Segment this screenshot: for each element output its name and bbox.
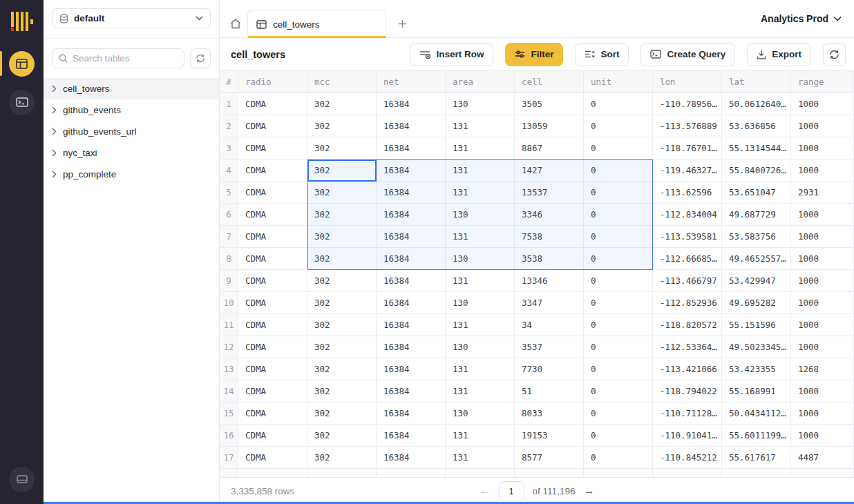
search-tables-input[interactable]: [73, 53, 178, 64]
data-cell[interactable]: 7538: [515, 226, 584, 248]
data-cell[interactable]: 53.429947: [722, 270, 791, 292]
data-cell[interactable]: 0: [584, 93, 653, 115]
data-cell[interactable]: CDMA: [238, 292, 307, 314]
chevron-right-icon[interactable]: [52, 128, 57, 135]
data-cell[interactable]: 131: [446, 226, 515, 248]
data-cell[interactable]: 1000: [791, 380, 854, 403]
data-cell[interactable]: 131: [446, 380, 515, 403]
data-cell[interactable]: 16384: [377, 226, 446, 248]
data-cell[interactable]: 16384: [377, 248, 446, 270]
data-cell[interactable]: -118.76701…: [653, 137, 722, 159]
filter-button[interactable]: Filter: [505, 43, 563, 66]
data-cell[interactable]: 1268: [791, 358, 854, 380]
data-cell[interactable]: 8867: [515, 137, 584, 159]
chevron-right-icon[interactable]: [52, 149, 57, 157]
data-cell[interactable]: 302: [307, 403, 377, 425]
row-number-cell[interactable]: 12: [220, 336, 238, 358]
data-cell[interactable]: CDMA: [238, 380, 307, 403]
data-cell[interactable]: 0: [584, 403, 653, 425]
data-cell[interactable]: CDMA: [238, 358, 307, 380]
data-cell[interactable]: 0: [584, 358, 653, 380]
data-cell[interactable]: 49.687729: [722, 204, 791, 226]
data-cell[interactable]: CDMA: [238, 182, 307, 204]
data-cell[interactable]: 302: [307, 447, 377, 469]
data-cell[interactable]: 1000: [791, 159, 854, 182]
data-cell[interactable]: -112.834004: [653, 204, 722, 226]
data-cell[interactable]: 302: [307, 336, 377, 358]
data-cell[interactable]: CDMA: [238, 248, 307, 270]
data-cell[interactable]: CDMA: [238, 403, 307, 425]
data-cell[interactable]: -118.820572: [653, 314, 722, 336]
data-cell[interactable]: 3346: [515, 204, 584, 226]
table-list-item-github-events[interactable]: github_events: [44, 99, 219, 121]
data-cell[interactable]: 130: [446, 403, 515, 425]
workspace-selector[interactable]: Analytics Prod: [761, 13, 842, 24]
data-cell[interactable]: 302: [307, 93, 377, 115]
row-number-cell[interactable]: 10: [220, 292, 238, 314]
data-cell[interactable]: 2931: [791, 182, 854, 204]
row-number-cell[interactable]: 14: [220, 380, 238, 403]
chevron-right-icon[interactable]: [52, 85, 57, 93]
data-cell[interactable]: 130: [446, 204, 515, 226]
data-cell[interactable]: CDMA: [238, 204, 307, 226]
data-cell[interactable]: 302: [307, 248, 377, 270]
data-cell[interactable]: 49.4652557…: [722, 248, 791, 270]
data-cell[interactable]: 1000: [791, 204, 854, 226]
data-cell[interactable]: 0: [584, 204, 653, 226]
column-header-unit[interactable]: unit: [584, 71, 653, 93]
data-cell[interactable]: 55.168991: [722, 380, 791, 403]
data-cell[interactable]: CDMA: [238, 314, 307, 336]
data-cell[interactable]: 1000: [791, 403, 854, 425]
row-number-cell[interactable]: 9: [220, 270, 238, 292]
row-number-cell[interactable]: 8: [220, 248, 238, 270]
prev-page-icon[interactable]: ←: [480, 485, 491, 496]
data-cell[interactable]: -110.91041…: [653, 425, 722, 447]
data-cell[interactable]: 4487: [791, 447, 854, 469]
data-cell[interactable]: 302: [307, 425, 377, 447]
row-number-cell[interactable]: 11: [220, 314, 238, 336]
export-button[interactable]: Export: [747, 43, 811, 66]
row-number-cell[interactable]: 3: [220, 137, 238, 159]
data-cell[interactable]: 1427: [515, 159, 584, 182]
data-cell[interactable]: 302: [307, 182, 377, 204]
row-number-cell[interactable]: 15: [220, 403, 238, 425]
data-cell[interactable]: 0: [584, 270, 653, 292]
data-cell[interactable]: CDMA: [238, 336, 307, 358]
data-cell[interactable]: 302: [307, 137, 377, 159]
data-cell[interactable]: 55.1314544…: [722, 137, 791, 159]
sidebar-item-query-console[interactable]: [0, 83, 44, 122]
data-cell[interactable]: CDMA: [238, 159, 307, 182]
data-cell[interactable]: 302: [307, 314, 377, 336]
data-cell[interactable]: 55.617617: [722, 447, 791, 469]
data-cell[interactable]: 0: [584, 182, 653, 204]
data-cell[interactable]: 16384: [377, 137, 446, 159]
data-cell[interactable]: 131: [446, 270, 515, 292]
data-cell[interactable]: 55.6011199…: [722, 425, 791, 447]
column-header-range[interactable]: range: [791, 71, 854, 93]
data-cell[interactable]: 302: [307, 204, 377, 226]
data-cell[interactable]: 131: [446, 447, 515, 469]
column-header-area[interactable]: area: [446, 71, 515, 93]
data-cell[interactable]: -118.794022: [653, 380, 722, 403]
clickhouse-logo[interactable]: [11, 11, 33, 32]
data-cell[interactable]: 50.0434112…: [722, 403, 791, 425]
data-cell[interactable]: 0: [584, 425, 653, 447]
sort-button[interactable]: Sort: [575, 43, 629, 66]
data-cell[interactable]: CDMA: [238, 93, 307, 115]
insert-row-button[interactable]: Insert Row: [410, 43, 493, 66]
data-cell[interactable]: 1000: [791, 336, 854, 358]
table-list-item-pp-complete[interactable]: pp_complete: [44, 164, 219, 185]
data-cell[interactable]: 1000: [791, 292, 854, 314]
column-header-lon[interactable]: lon: [653, 71, 722, 93]
data-cell[interactable]: 3505: [515, 93, 584, 115]
data-cell[interactable]: 131: [446, 314, 515, 336]
row-number-cell[interactable]: 17: [220, 447, 238, 469]
data-cell[interactable]: 49.695282: [722, 292, 791, 314]
data-cell[interactable]: 13059: [515, 115, 584, 137]
data-cell[interactable]: -110.845212: [653, 447, 722, 469]
data-cell[interactable]: 130: [446, 93, 515, 115]
data-cell[interactable]: 3538: [515, 248, 584, 270]
data-cell[interactable]: 0: [584, 248, 653, 270]
data-cell[interactable]: 49.5023345…: [722, 336, 791, 358]
data-cell[interactable]: 1000: [791, 115, 854, 137]
